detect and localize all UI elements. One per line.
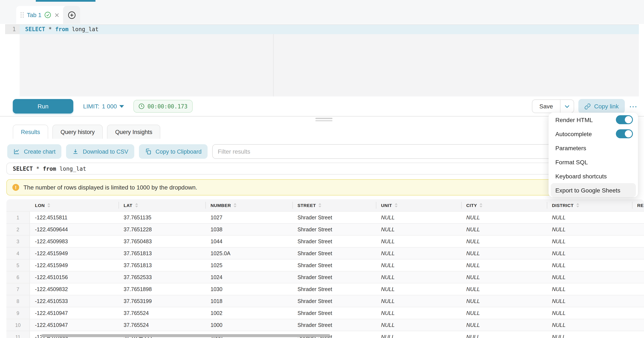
drag-handle-icon[interactable] — [20, 12, 24, 18]
sort-icon[interactable] — [234, 203, 236, 207]
download-to-csv-button[interactable]: Download to CSV — [66, 144, 134, 159]
copy-to-clipboard-button[interactable]: Copy to Clipboard — [139, 144, 208, 159]
column-header-street[interactable]: STREET — [292, 199, 376, 211]
tab-1[interactable]: Tab 1 — [16, 6, 67, 24]
caret-down-icon — [119, 105, 124, 108]
cell-city: NULL — [461, 271, 547, 283]
cell-number: 1027 — [206, 212, 292, 223]
copy-link-button[interactable]: Copy link — [578, 99, 624, 113]
close-icon[interactable] — [54, 12, 60, 18]
save-button[interactable]: Save — [532, 99, 560, 113]
menu-item-label: Export to Google Sheets — [555, 187, 620, 194]
column-label: LON — [35, 203, 45, 208]
sort-icon[interactable] — [135, 203, 138, 207]
plus-circle-icon — [68, 11, 76, 19]
table-row: 4-122.451594937.76518131025.0AShrader St… — [6, 247, 644, 259]
cell-unit: NULL — [376, 236, 461, 247]
cell-district: NULL — [547, 331, 632, 338]
menu-item-autocomplete[interactable]: Autocomplete — [548, 127, 638, 141]
cell-lat: 37.7653199 — [118, 295, 206, 307]
menu-item-parameters[interactable]: Parameters — [548, 141, 638, 155]
cell-re — [632, 283, 644, 295]
pane-divider — [0, 116, 644, 116]
table-row: 7-122.450983237.76518981030Shrader Stree… — [6, 283, 644, 295]
cell-re — [632, 295, 644, 307]
sql-code-line[interactable]: SELECT * from long_lat — [20, 25, 639, 34]
button-label: Copy to Clipboard — [156, 148, 202, 155]
warning-icon: ! — [12, 184, 19, 191]
menu-item-label: Autocomplete — [555, 130, 592, 137]
editor-tab-bar: Tab 1 — [0, 0, 644, 24]
cell-number: 1030 — [206, 283, 292, 295]
cell-street: Shrader Street — [292, 224, 376, 235]
menu-item-render-html[interactable]: Render HTML — [548, 113, 638, 127]
cell-re — [632, 236, 644, 247]
sort-icon[interactable] — [318, 203, 321, 207]
column-header-unit[interactable]: UNIT — [376, 199, 461, 211]
horizontal-scrollbar[interactable] — [41, 334, 330, 337]
row-number-cell: 4 — [6, 248, 30, 259]
cell-street: Shrader Street — [292, 259, 376, 271]
cell-lat: 37.765524 — [118, 319, 206, 331]
save-options-button[interactable] — [560, 99, 574, 113]
sql-editor[interactable]: 1 SELECT * from long_lat — [5, 24, 639, 97]
results-tab-query-insights[interactable]: Query Insights — [107, 125, 160, 139]
column-header-lat[interactable]: LAT — [118, 199, 206, 211]
cell-lon: -122.4509644 — [30, 224, 118, 235]
column-header-re[interactable]: RE — [632, 199, 644, 211]
chart-icon — [13, 148, 20, 155]
row-number-cell: 2 — [6, 224, 30, 235]
app-viewport: Tab 1 1 SELECT * from long_lat Run LIMIT… — [0, 0, 644, 338]
cell-re — [632, 248, 644, 259]
menu-item-format-sql[interactable]: Format SQL — [548, 155, 638, 169]
cell-lon: -122.4515949 — [30, 248, 118, 259]
cell-city: NULL — [461, 319, 547, 331]
column-header-lon[interactable]: LON — [30, 199, 118, 211]
save-split-button: Save — [532, 99, 574, 113]
results-table: LONLATNUMBERSTREETUNITCITYDISTRICTRE 1-1… — [6, 199, 644, 338]
link-icon — [584, 103, 591, 109]
line-number: 1 — [5, 25, 20, 34]
menu-item-export-to-google-sheets[interactable]: Export to Google Sheets — [551, 183, 636, 197]
run-button[interactable]: Run — [13, 99, 73, 113]
column-header-number[interactable]: NUMBER — [206, 199, 292, 211]
column-header-city[interactable]: CITY — [461, 199, 547, 211]
cell-lon: -122.4515811 — [30, 212, 118, 223]
row-number-cell: 11 — [6, 331, 30, 338]
limit-dropdown[interactable]: LIMIT: 1 000 — [83, 99, 124, 113]
table-header-row: LONLATNUMBERSTREETUNITCITYDISTRICTRE — [6, 199, 644, 211]
menu-item-keyboard-shortcuts[interactable]: Keyboard shortcuts — [548, 169, 638, 183]
cell-number: 1000 — [206, 319, 292, 331]
pane-resize-handle[interactable] — [316, 118, 332, 122]
more-options-button[interactable]: ⋯ — [625, 99, 642, 113]
table-body: 1-122.451581137.76511351027Shrader Stree… — [6, 211, 644, 338]
results-tab-query-history[interactable]: Query history — [52, 125, 103, 139]
sort-icon[interactable] — [47, 203, 50, 207]
cell-lon: -122.4510533 — [30, 295, 118, 307]
cell-number: 1038 — [206, 224, 292, 235]
cell-unit: NULL — [376, 319, 461, 331]
column-label: RE — [637, 203, 644, 208]
row-number-cell: 6 — [6, 271, 30, 283]
column-label: STREET — [298, 203, 316, 208]
sort-icon[interactable] — [576, 203, 579, 207]
create-chart-button[interactable]: Create chart — [7, 144, 62, 159]
cell-re — [632, 331, 644, 338]
row-number-cell: 3 — [6, 236, 30, 247]
cell-lat: 37.7651898 — [118, 283, 206, 295]
row-number-cell: 8 — [6, 295, 30, 307]
sort-icon[interactable] — [480, 203, 482, 207]
toggle-on[interactable] — [616, 129, 633, 138]
cell-lon: -122.4509983 — [30, 236, 118, 247]
results-tab-results[interactable]: Results — [13, 125, 48, 139]
add-tab-button[interactable] — [63, 6, 80, 24]
cell-lat: 37.7650483 — [118, 236, 206, 247]
menu-item-label: Render HTML — [555, 116, 593, 123]
sort-icon[interactable] — [394, 203, 398, 207]
column-header-district[interactable]: DISTRICT — [547, 199, 632, 211]
cell-city: NULL — [461, 295, 547, 307]
cell-unit: NULL — [376, 224, 461, 235]
editor-active-line[interactable]: 1 SELECT * from long_lat — [5, 25, 639, 34]
cell-street: Shrader Street — [292, 236, 376, 247]
toggle-on[interactable] — [616, 115, 633, 124]
